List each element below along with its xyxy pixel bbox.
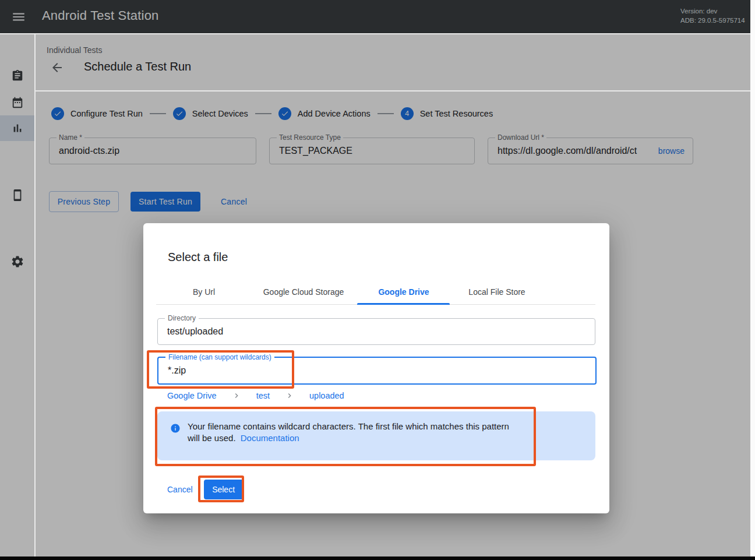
screen: Android Test Station Version: dev ADB: 2… — [0, 0, 755, 560]
tab-by-url[interactable]: By Url — [156, 279, 252, 305]
chevron-right-icon — [285, 391, 294, 400]
annotation-box-filename — [147, 350, 294, 389]
annotation-box-alert — [155, 407, 536, 466]
dialog-title: Select a file — [168, 251, 228, 264]
path-google-drive[interactable]: Google Drive — [167, 391, 217, 400]
tab-google-cloud-storage[interactable]: Google Cloud Storage — [252, 279, 355, 305]
divider — [34, 34, 36, 557]
tab-google-drive[interactable]: Google Drive — [355, 279, 452, 305]
dialog-cancel-button[interactable]: Cancel — [167, 485, 193, 494]
directory-field[interactable]: Directory test/uploaded — [157, 318, 595, 345]
path-test[interactable]: test — [256, 391, 270, 400]
tab-local-file-store[interactable]: Local File Store — [446, 279, 548, 305]
window-edge — [0, 557, 755, 560]
scrollbar[interactable] — [750, 0, 755, 557]
active-tab-indicator — [357, 303, 450, 305]
field-label: Directory — [165, 314, 199, 322]
path-uploaded[interactable]: uploaded — [309, 391, 344, 400]
chevron-right-icon — [232, 391, 241, 400]
divider — [0, 33, 755, 34]
file-path-breadcrumb: Google Drive test uploaded — [167, 391, 344, 400]
divider — [36, 90, 750, 91]
field-value: test/uploaded — [167, 326, 223, 337]
dialog-tabs: By Url Google Cloud Storage Google Drive… — [143, 279, 609, 305]
annotation-box-select — [198, 476, 244, 502]
